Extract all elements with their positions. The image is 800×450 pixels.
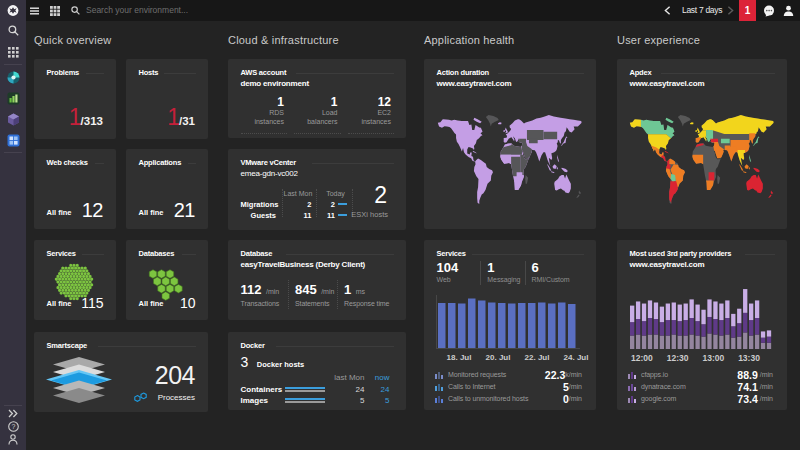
map-region-argentina [667, 181, 679, 206]
tile-docker[interactable]: Docker 3 Docker hosts last Mon now Conta… [228, 332, 406, 410]
sidebar-divider [4, 152, 22, 153]
tile-third-party[interactable]: Most used 3rd party providers www.easytr… [617, 240, 787, 410]
metric-name: Monitored requests [448, 371, 545, 378]
sidebar-blue-app-button[interactable] [0, 134, 26, 147]
tile-vmware[interactable]: VMware vCenter emea-gdn-vc002 Last Mon T… [228, 149, 406, 230]
stacked-bar-segment [648, 335, 652, 349]
hexagon [73, 280, 76, 283]
map-region-greenland [486, 115, 499, 126]
search-button[interactable] [70, 0, 81, 21]
sidebar-search-button[interactable] [0, 24, 26, 36]
vmware-divider [282, 189, 283, 217]
hexagon [85, 275, 88, 278]
hexagon [58, 289, 61, 292]
sidebar-apps-button[interactable] [0, 46, 26, 58]
tile-action-duration[interactable]: Action duration www.easytravel.com [424, 59, 596, 229]
top-bar: Search your environment... Last 7 days 1 [0, 0, 800, 21]
stat-value-row: 112 /min [241, 280, 285, 298]
tile-title: Services [437, 249, 466, 258]
map-region-kazakh [527, 130, 544, 140]
tile-title: Most used 3rd party providers [630, 249, 732, 258]
logo-block[interactable] [0, 0, 26, 21]
stacked-bar-segment [642, 304, 646, 322]
requests-bar-chart: 18. Jul20. Jul22. Jul24. Jul [434, 293, 596, 363]
hexagon [68, 294, 71, 297]
application-name: www.easytravel.com [437, 79, 512, 88]
hexagon [66, 291, 69, 294]
tile-applications[interactable]: Applications All fine 21 [126, 149, 208, 229]
chat-button[interactable] [762, 0, 775, 21]
hexagon [76, 291, 79, 294]
stacked-bar-segment [690, 299, 694, 318]
bar [468, 299, 476, 349]
time-range-selector[interactable]: Last 7 days [682, 0, 722, 21]
map-region-japan [753, 137, 759, 147]
user-menu-button[interactable] [781, 0, 795, 21]
stacked-bar-segment [666, 304, 670, 321]
docker-images-row: Images 5 5 [241, 395, 395, 407]
hexagon [66, 280, 69, 283]
map-region-australia [746, 174, 763, 193]
sidebar-help-button[interactable]: ? [0, 421, 26, 432]
stacked-bar-segment [648, 300, 652, 318]
hexagon [82, 275, 85, 278]
stacked-bar-segment [701, 310, 705, 324]
tile-apdex[interactable]: Apdex www.easytravel.com [617, 59, 787, 229]
status-text: All fine [139, 299, 164, 308]
stacked-bar-segment [701, 324, 705, 336]
tile-services-overview[interactable]: Services All fine 115 [34, 240, 116, 320]
map-region-india [728, 147, 737, 164]
hexagon [71, 278, 74, 281]
hexagon [79, 286, 82, 289]
tile-aws[interactable]: AWS account demo environment 1 RDSinstan… [228, 59, 406, 138]
time-prev-button[interactable] [662, 0, 672, 21]
hexagon [71, 283, 74, 286]
help-icon: ? [8, 421, 19, 432]
hexagon [154, 277, 161, 286]
menu-button[interactable] [29, 0, 39, 21]
aws-stat-load-balancers: 1 Loadbalancers [294, 96, 341, 134]
metric-value: 74.1 [737, 381, 757, 393]
stat-label: Web [437, 275, 481, 285]
tile-services-health[interactable]: Services 104 Web 1 Messaging 6 RMI/Custo… [424, 240, 596, 410]
tile-problems[interactable]: Problems 1/313 [34, 59, 116, 139]
docker-table: last Mon now Containers 24 24 Images 5 5 [241, 372, 395, 407]
tile-rule [164, 73, 196, 74]
map-region-madagascar [525, 175, 528, 184]
tile-hosts[interactable]: Hosts 1/31 [126, 59, 208, 139]
sidebar-user-button[interactable] [0, 434, 26, 445]
stacked-bar-segment [761, 338, 765, 343]
map-region-southafrica [704, 180, 714, 190]
chevron-right-icon [727, 6, 734, 15]
sidebar-expand-button[interactable] [0, 409, 26, 418]
tile-rule [661, 73, 775, 74]
map-region-papua [753, 168, 760, 173]
db-stat-response-time: 1 ms Response time [337, 280, 389, 309]
hexagon [84, 272, 87, 275]
sidebar-green-app-button[interactable] [0, 92, 26, 105]
docker-containers-row: Containers 24 24 [241, 384, 395, 396]
dynatrace-logo-icon [0, 0, 26, 21]
tile-databases[interactable]: Databases All fine 10 [126, 240, 208, 320]
calls-internet-icon [435, 383, 443, 391]
hexagon [65, 266, 68, 269]
hexagon [63, 269, 66, 272]
time-next-button[interactable] [725, 0, 735, 21]
metric-dynatrace: dynatrace.com 74.1 /min [628, 381, 773, 393]
stat-unit: ms [356, 288, 365, 295]
tile-database[interactable]: Database easyTravelBusiness (Derby Clien… [228, 240, 406, 320]
dashboards-button[interactable] [49, 0, 60, 21]
tile-smartscape[interactable]: Smartscape 204 Processes [34, 332, 208, 412]
search-input[interactable]: Search your environment... [86, 0, 188, 21]
tile-rule [286, 254, 394, 255]
sidebar-hub-button[interactable] [0, 71, 26, 84]
stat-value: 845 [295, 282, 317, 297]
web-checks-count: 12 [82, 200, 103, 220]
map-region-iceland [690, 122, 694, 124]
tile-web-checks[interactable]: Web checks All fine 12 [34, 149, 116, 229]
map-region-iceland [498, 122, 502, 124]
problems-badge[interactable]: 1 [739, 0, 756, 21]
hexagon [85, 269, 88, 272]
map-region-newzealand [579, 191, 582, 195]
sidebar-purple-app-button[interactable] [0, 113, 26, 126]
